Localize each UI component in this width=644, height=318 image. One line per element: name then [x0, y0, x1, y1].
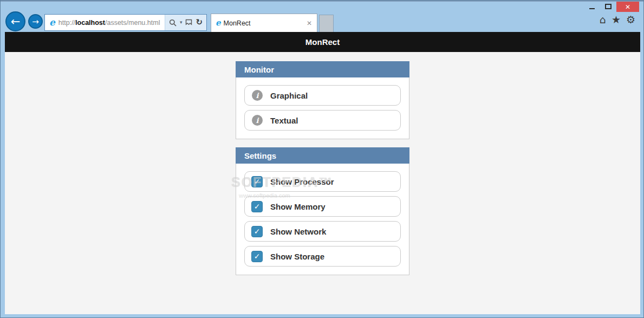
minimize-icon: [589, 8, 595, 9]
forward-button[interactable]: →: [28, 14, 43, 29]
refresh-icon[interactable]: ↻: [196, 18, 203, 27]
close-button[interactable]: ✕: [616, 2, 639, 12]
address-bar-actions: ▾ ↻: [165, 15, 206, 30]
show-memory-checkbox[interactable]: ✓: [251, 201, 263, 212]
tab-monrect[interactable]: e MonRect ✕: [211, 14, 317, 32]
monitor-panel: Monitor i Graphical i Textual: [236, 61, 409, 139]
url-protocol: http://: [58, 19, 75, 27]
graphical-button[interactable]: i Graphical: [244, 85, 401, 106]
checkmark-icon: ✓: [254, 177, 261, 186]
compatibility-view-icon[interactable]: [185, 19, 192, 27]
new-tab-button[interactable]: [319, 15, 334, 32]
tab-close-icon[interactable]: ✕: [307, 20, 312, 27]
show-memory-label: Show Memory: [270, 202, 326, 211]
url-host: localhost: [75, 19, 105, 27]
show-processor-label: Show Processor: [270, 177, 334, 186]
maximize-button[interactable]: [600, 2, 616, 11]
browser-window: ✕ ← → e http://localhost/assets/menu.htm…: [0, 0, 644, 318]
home-icon[interactable]: ⌂: [600, 15, 606, 25]
ie-logo-icon: e: [49, 17, 55, 28]
search-icon[interactable]: [169, 19, 177, 27]
close-icon: ✕: [625, 4, 630, 10]
graphical-button-label: Graphical: [270, 91, 308, 100]
url-path: /assets/menu.html: [105, 19, 160, 27]
maximize-icon: [605, 4, 612, 9]
show-network-label: Show Network: [270, 227, 326, 236]
info-glyph: i: [256, 116, 259, 125]
address-bar[interactable]: e http://localhost/assets/menu.html ▾ ↻: [44, 14, 207, 31]
show-storage-label: Show Storage: [270, 252, 324, 261]
minimize-button[interactable]: [584, 2, 600, 11]
window-controls: ✕: [584, 2, 639, 12]
monitor-panel-title: Monitor: [244, 65, 274, 74]
tab-title: MonRect: [224, 20, 251, 27]
settings-panel: Settings ✓ Show Processor ✓ Show Memory …: [236, 147, 409, 275]
textual-button[interactable]: i Textual: [244, 110, 401, 131]
settings-gear-icon[interactable]: ⚙: [626, 15, 635, 25]
titlebar-top-edge: [1, 1, 643, 2]
back-arrow-icon: ←: [11, 15, 21, 28]
textual-button-label: Textual: [270, 116, 298, 125]
forward-arrow-icon: →: [32, 17, 39, 27]
back-button[interactable]: ←: [5, 11, 25, 31]
show-storage-checkbox[interactable]: ✓: [251, 251, 263, 262]
show-processor-checkbox[interactable]: ✓: [251, 176, 263, 187]
checkmark-icon: ✓: [254, 202, 261, 211]
page-viewport: MonRect Monitor i Graphical i Textual Se…: [5, 32, 640, 314]
browser-toolbar: ⌂ ★ ⚙: [600, 15, 635, 25]
info-glyph: i: [256, 92, 259, 100]
show-network-checkbox[interactable]: ✓: [251, 226, 263, 237]
show-network-option[interactable]: ✓ Show Network: [244, 221, 401, 242]
ie-favicon-icon: e: [216, 18, 221, 28]
settings-panel-title: Settings: [244, 151, 276, 160]
checkmark-icon: ✓: [254, 252, 261, 261]
info-icon: i: [252, 115, 263, 126]
info-icon: i: [252, 90, 263, 101]
favorites-star-icon[interactable]: ★: [612, 15, 621, 25]
checkmark-icon: ✓: [254, 227, 261, 236]
monitor-panel-header: Monitor: [236, 61, 409, 77]
show-processor-option[interactable]: ✓ Show Processor: [244, 171, 401, 192]
chevron-down-icon[interactable]: ▾: [180, 20, 183, 25]
settings-panel-header: Settings: [236, 147, 409, 164]
show-storage-option[interactable]: ✓ Show Storage: [244, 246, 401, 267]
url-text: http://localhost/assets/menu.html: [58, 19, 160, 27]
app-header: MonRect: [5, 32, 640, 52]
page-title: MonRect: [305, 37, 340, 47]
monitor-panel-body: i Graphical i Textual: [236, 77, 409, 139]
show-memory-option[interactable]: ✓ Show Memory: [244, 196, 401, 217]
settings-panel-body: ✓ Show Processor ✓ Show Memory ✓ Show Ne…: [236, 164, 409, 275]
